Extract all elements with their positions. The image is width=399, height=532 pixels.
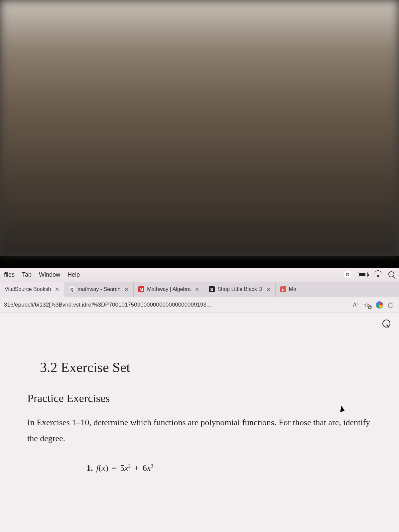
os-menubar: files Tab Window Help G	[0, 268, 399, 282]
background-photo	[0, 0, 399, 256]
practice-exercises-heading: Practice Exercises	[27, 392, 376, 405]
close-icon[interactable]: ✕	[266, 286, 271, 293]
shop-favicon-icon: S	[209, 286, 215, 292]
page-search-button[interactable]	[382, 320, 389, 328]
laptop-bezel	[0, 256, 399, 268]
search-favicon-icon: Q	[69, 286, 75, 292]
menu-window[interactable]: Window	[39, 271, 60, 278]
spotlight-search-icon[interactable]	[388, 271, 395, 278]
tab-mathway-algebra[interactable]: M Mathway | Algebra ✕	[134, 282, 204, 297]
tab-label: Mathway | Algebra	[147, 286, 191, 292]
mathway-favicon-icon: M	[138, 286, 144, 292]
wifi-icon[interactable]	[374, 271, 382, 278]
page-content: 3.2 Exercise Set Practice Exercises In E…	[0, 313, 399, 532]
tab-partial[interactable]: o Ma	[276, 282, 301, 297]
tab-mathway-search[interactable]: Q mathway - Search ✕	[64, 282, 134, 297]
favorites-icon[interactable]: +	[364, 301, 371, 309]
close-icon[interactable]: ✕	[55, 286, 59, 293]
menu-files[interactable]: files	[4, 271, 15, 278]
exercise-1: 1. f(x) = 5x2 + 6x3	[86, 463, 376, 473]
tab-label: mathway - Search	[77, 286, 120, 292]
exercise-instruction: In Exercises 1–10, determine which funct…	[27, 415, 372, 447]
tab-label: Shop Little Black D	[217, 286, 262, 292]
browser-addressbar: 316/epubcfi/6/132[%3Bvnd.vst.idref%3DP70…	[0, 297, 399, 313]
tab-label: Ma	[289, 286, 296, 292]
url-text[interactable]: 316/epubcfi/6/132[%3Bvnd.vst.idref%3DP70…	[4, 302, 347, 308]
section-title: 3.2 Exercise Set	[40, 359, 376, 375]
read-aloud-icon[interactable]: A⁾	[352, 301, 359, 309]
tab-vitalsource[interactable]: VitalSource Booksh ✕	[0, 282, 64, 297]
tab-label: VitalSource Booksh	[5, 286, 51, 292]
menu-help[interactable]: Help	[67, 271, 80, 278]
close-icon[interactable]: ✕	[195, 286, 199, 293]
browser-tabbar: VitalSource Booksh ✕ Q mathway - Search …	[0, 282, 399, 297]
grammarly-menubar-icon[interactable]: G	[344, 271, 351, 278]
search-icon	[382, 320, 389, 326]
partial-favicon-icon: o	[280, 286, 286, 292]
google-profile-icon[interactable]	[376, 301, 383, 309]
close-icon[interactable]: ✕	[124, 286, 129, 293]
exercise-number: 1.	[86, 463, 93, 473]
menu-tab[interactable]: Tab	[22, 271, 32, 278]
battery-icon[interactable]	[358, 272, 368, 277]
tab-shop-little-black[interactable]: S Shop Little Black D ✕	[204, 282, 276, 297]
extensions-icon[interactable]: ⬡	[388, 301, 395, 309]
exercise-formula: f(x) = 5x2 + 6x3	[96, 463, 153, 473]
